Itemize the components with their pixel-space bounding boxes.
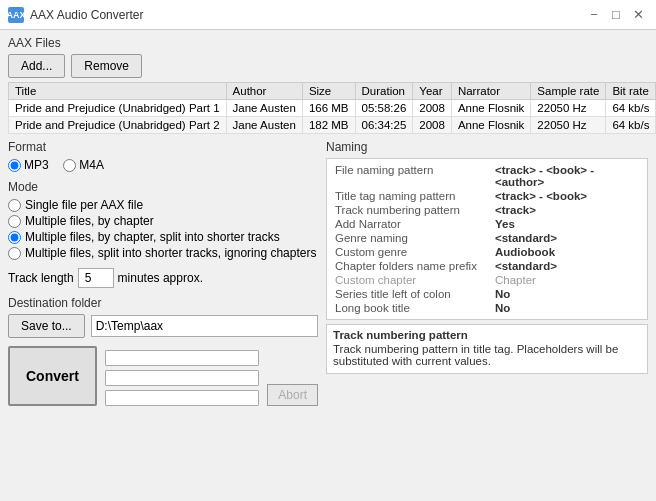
maximize-button[interactable]: □ (606, 5, 626, 25)
mode-no-chapter-radio[interactable] (8, 247, 21, 260)
title-bar-left: AAX AAX Audio Converter (8, 7, 143, 23)
naming-row: Genre naming<standard> (333, 231, 641, 245)
naming-key: Add Narrator (333, 217, 493, 231)
aax-files-label: AAX Files (8, 36, 648, 50)
table-cell: Pride and Prejudice (Unabridged) Part 2 (9, 117, 227, 134)
naming-row: File naming pattern<track> - <book> - <a… (333, 163, 641, 189)
aax-files-btn-row: Add... Remove (8, 54, 648, 78)
col-samplerate: Sample rate (531, 83, 606, 100)
mode-label: Mode (8, 180, 318, 194)
format-mp3-label[interactable]: MP3 (8, 158, 49, 172)
description-text: Track numbering pattern in title tag. Pl… (333, 343, 641, 367)
track-length-input[interactable] (78, 268, 114, 288)
naming-value: <standard> (493, 259, 641, 273)
naming-row: Custom genreAudiobook (333, 245, 641, 259)
naming-key: Long book title (333, 301, 493, 315)
naming-value: <standard> (493, 231, 641, 245)
table-cell: 2008 (413, 100, 452, 117)
naming-row: Custom chapterChapter (333, 273, 641, 287)
naming-panel: File naming pattern<track> - <book> - <a… (326, 158, 648, 320)
col-bitrate: Bit rate (606, 83, 656, 100)
col-duration: Duration (355, 83, 413, 100)
track-length-section: Track length minutes approx. (8, 268, 318, 288)
destination-path-input[interactable] (91, 315, 318, 337)
naming-key: Track numbering pattern (333, 203, 493, 217)
naming-value: Audiobook (493, 245, 641, 259)
app-icon: AAX (8, 7, 24, 23)
col-narrator: Narrator (451, 83, 530, 100)
format-m4a-label[interactable]: M4A (63, 158, 104, 172)
format-mp3-radio[interactable] (8, 159, 21, 172)
mode-options: Single file per AAX file Multiple files,… (8, 198, 318, 260)
mode-single-label[interactable]: Single file per AAX file (8, 198, 318, 212)
table-row[interactable]: Pride and Prejudice (Unabridged) Part 1J… (9, 100, 656, 117)
mode-no-chapter-label[interactable]: Multiple files, split into shorter track… (8, 246, 318, 260)
naming-row: Add NarratorYes (333, 217, 641, 231)
table-cell: Anne Flosnik (451, 100, 530, 117)
file-table: Title Author Size Duration Year Narrator… (8, 82, 656, 134)
convert-button[interactable]: Convert (8, 346, 97, 406)
col-year: Year (413, 83, 452, 100)
track-length-label: Track length (8, 271, 74, 285)
description-box: Track numbering pattern Track numbering … (326, 324, 648, 374)
format-section: Format MP3 M4A (8, 140, 318, 172)
table-cell: Jane Austen (226, 117, 302, 134)
naming-value: Chapter (493, 273, 641, 287)
convert-section: Convert Abort (8, 346, 318, 406)
track-length-row: Track length minutes approx. (8, 268, 318, 288)
table-cell: 05:58:26 (355, 100, 413, 117)
naming-value: <track> (493, 203, 641, 217)
destination-label: Destination folder (8, 296, 318, 310)
table-cell: 22050 Hz (531, 117, 606, 134)
table-cell: 64 kb/s (606, 100, 656, 117)
close-button[interactable]: ✕ (628, 5, 648, 25)
progress-bars (105, 346, 259, 406)
naming-label: Naming (326, 140, 648, 154)
format-m4a-text: M4A (79, 158, 104, 172)
mode-chapter-split-radio[interactable] (8, 231, 21, 244)
naming-value: No (493, 287, 641, 301)
naming-table: File naming pattern<track> - <book> - <a… (333, 163, 641, 315)
title-bar: AAX AAX Audio Converter − □ ✕ (0, 0, 656, 30)
naming-value: No (493, 301, 641, 315)
mode-single-text: Single file per AAX file (25, 198, 143, 212)
naming-row: Title tag naming pattern<track> - <book> (333, 189, 641, 203)
table-row[interactable]: Pride and Prejudice (Unabridged) Part 2J… (9, 117, 656, 134)
left-panel: Format MP3 M4A Mode Sing (8, 140, 318, 406)
app-title: AAX Audio Converter (30, 8, 143, 22)
naming-key: File naming pattern (333, 163, 493, 189)
table-cell: Jane Austen (226, 100, 302, 117)
mode-no-chapter-text: Multiple files, split into shorter track… (25, 246, 316, 260)
aax-files-section: AAX Files Add... Remove Title Author Siz… (8, 36, 648, 134)
add-button[interactable]: Add... (8, 54, 65, 78)
right-panel: Naming File naming pattern<track> - <boo… (326, 140, 648, 406)
col-size: Size (302, 83, 355, 100)
table-cell: 2008 (413, 117, 452, 134)
save-to-button[interactable]: Save to... (8, 314, 85, 338)
main-content: AAX Files Add... Remove Title Author Siz… (0, 30, 656, 501)
progress-bar-3 (105, 390, 259, 406)
format-options: MP3 M4A (8, 158, 318, 172)
lower-section: Format MP3 M4A Mode Sing (8, 140, 648, 406)
format-m4a-radio[interactable] (63, 159, 76, 172)
naming-row: Track numbering pattern<track> (333, 203, 641, 217)
track-length-suffix: minutes approx. (118, 271, 203, 285)
mode-chapter-label[interactable]: Multiple files, by chapter (8, 214, 318, 228)
mode-chapter-split-label[interactable]: Multiple files, by chapter, split into s… (8, 230, 318, 244)
table-cell: 06:34:25 (355, 117, 413, 134)
minimize-button[interactable]: − (584, 5, 604, 25)
mode-chapter-split-text: Multiple files, by chapter, split into s… (25, 230, 280, 244)
naming-value: <track> - <book> (493, 189, 641, 203)
col-author: Author (226, 83, 302, 100)
app-icon-text: AAX (7, 10, 26, 20)
naming-key: Chapter folders name prefix (333, 259, 493, 273)
naming-key: Custom genre (333, 245, 493, 259)
remove-button[interactable]: Remove (71, 54, 142, 78)
destination-section: Destination folder Save to... (8, 296, 318, 338)
abort-button[interactable]: Abort (267, 384, 318, 406)
mode-single-radio[interactable] (8, 199, 21, 212)
naming-key: Series title left of colon (333, 287, 493, 301)
naming-row: Series title left of colonNo (333, 287, 641, 301)
progress-bar-2 (105, 370, 259, 386)
mode-chapter-radio[interactable] (8, 215, 21, 228)
